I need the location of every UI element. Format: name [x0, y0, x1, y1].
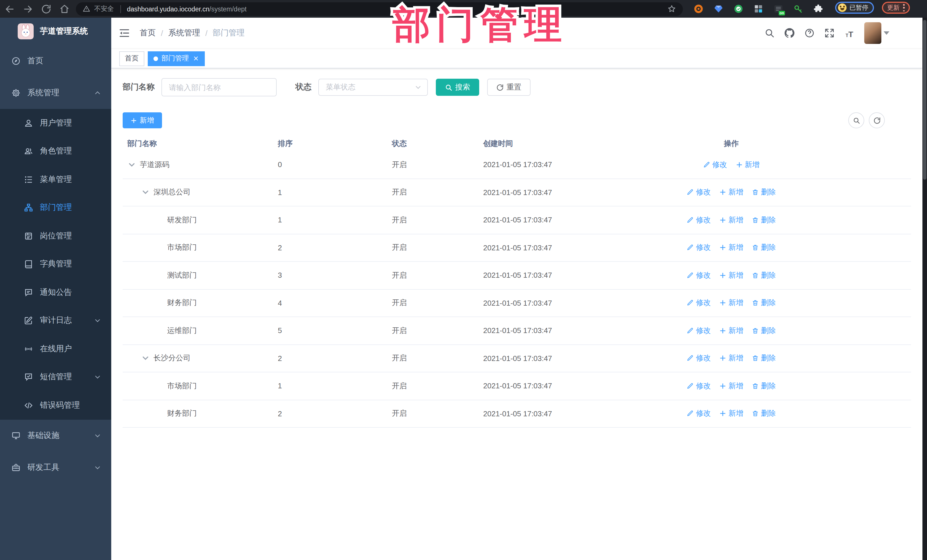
sidebar-item[interactable]: 用户管理 — [0, 109, 111, 137]
home-icon[interactable] — [59, 4, 70, 14]
sidebar-item[interactable]: 在线用户 — [0, 335, 111, 363]
delete-link[interactable]: 删除 — [752, 187, 776, 197]
user-avatar[interactable] — [864, 22, 881, 44]
browser-update-button[interactable]: 更新 — [882, 2, 910, 14]
extension-green-circle-icon[interactable] — [734, 4, 743, 14]
add-link[interactable]: 新增 — [719, 270, 743, 281]
extension-puzzle-icon[interactable] — [813, 4, 823, 14]
delete-link[interactable]: 删除 — [752, 408, 776, 419]
tab-dept-management[interactable]: 部门管理 — [148, 51, 205, 66]
dept-status: 开启 — [386, 270, 477, 281]
extension-grid-icon[interactable] — [754, 4, 763, 14]
add-link[interactable]: 新增 — [719, 243, 743, 253]
gear-icon — [11, 88, 21, 97]
breadcrumb-home[interactable]: 首页 — [140, 28, 156, 38]
add-dept-button[interactable]: 新增 — [123, 112, 162, 128]
sidebar-item[interactable]: 基础设施 — [0, 419, 111, 451]
add-link[interactable]: 新增 — [719, 215, 743, 225]
add-link[interactable]: 新增 — [736, 160, 760, 170]
modify-link[interactable]: 修改 — [687, 381, 711, 391]
browser-profile-chip[interactable]: 已暂停 — [835, 2, 874, 14]
plus-icon — [719, 300, 726, 307]
refresh-table-button[interactable] — [869, 112, 885, 128]
sidebar-item[interactable]: 系统管理 — [0, 77, 111, 109]
sidebar-item-label: 字典管理 — [40, 259, 72, 269]
delete-link[interactable]: 删除 — [752, 270, 776, 281]
sidebar-item[interactable]: 角色管理 — [0, 137, 111, 165]
fullscreen-icon[interactable] — [824, 28, 834, 38]
modify-link[interactable]: 修改 — [687, 243, 711, 253]
forward-icon[interactable] — [23, 4, 33, 14]
table-toolbar: 新增 — [123, 112, 911, 128]
tab-close-icon[interactable] — [193, 55, 199, 62]
scrollbar-thumb[interactable] — [923, 20, 926, 180]
url-host: dashboard.yudao.iocoder.cn — [127, 5, 209, 12]
github-icon[interactable] — [784, 28, 795, 38]
modify-link[interactable]: 修改 — [687, 326, 711, 336]
bookmark-star-icon[interactable] — [667, 5, 676, 13]
add-link[interactable]: 新增 — [719, 381, 743, 391]
add-link[interactable]: 新增 — [719, 298, 743, 308]
sidebar-item[interactable]: 首页 — [0, 45, 111, 77]
pencil-icon — [687, 189, 694, 196]
reload-icon[interactable] — [41, 4, 51, 14]
add-link[interactable]: 新增 — [719, 187, 743, 197]
font-size-icon[interactable]: TT — [844, 28, 854, 38]
app-logo[interactable]: 芋道管理系统 — [0, 18, 111, 45]
toggle-search-button[interactable] — [848, 112, 864, 128]
sidebar-item[interactable]: 岗位管理 — [0, 222, 111, 250]
sidebar-item[interactable]: 部门管理 — [0, 194, 111, 222]
user-menu-caret-icon[interactable] — [884, 31, 889, 35]
page-scrollbar[interactable] — [922, 18, 927, 560]
dept-status: 开启 — [386, 326, 477, 336]
add-link[interactable]: 新增 — [719, 326, 743, 336]
modify-link[interactable]: 修改 — [687, 187, 711, 197]
action-label: 删除 — [761, 243, 776, 253]
dept-page-content: 部门名称 状态 菜单状态 搜索 — [111, 68, 922, 560]
search-button[interactable]: 搜索 — [436, 79, 479, 96]
sidebar-item[interactable]: 通知公告 — [0, 278, 111, 307]
sidebar-item[interactable]: 字典管理 — [0, 250, 111, 278]
back-icon[interactable] — [5, 4, 15, 14]
delete-link[interactable]: 删除 — [752, 326, 776, 336]
modify-link[interactable]: 修改 — [687, 270, 711, 281]
sidebar-item[interactable]: 审计日志 — [0, 307, 111, 335]
logo-rabbit-avatar — [18, 23, 33, 39]
book-icon — [24, 260, 33, 269]
status-select[interactable]: 菜单状态 — [318, 79, 428, 96]
pencil-icon — [687, 272, 694, 279]
sidebar-item[interactable]: 短信管理 — [0, 363, 111, 391]
modify-link[interactable]: 修改 — [687, 215, 711, 225]
delete-link[interactable]: 删除 — [752, 353, 776, 364]
trash-icon — [752, 189, 759, 196]
extension-key-icon[interactable] — [793, 4, 803, 14]
delete-link[interactable]: 删除 — [752, 381, 776, 391]
add-link[interactable]: 新增 — [719, 408, 743, 419]
breadcrumb-system[interactable]: 系统管理 — [168, 28, 200, 38]
sidebar-item[interactable]: 研发工具 — [0, 451, 111, 483]
sidebar-item[interactable]: 菜单管理 — [0, 165, 111, 194]
expand-arrow-icon[interactable] — [127, 160, 136, 169]
reset-button[interactable]: 重置 — [487, 79, 530, 96]
help-icon[interactable] — [804, 28, 815, 38]
delete-link[interactable]: 删除 — [752, 298, 776, 308]
delete-link[interactable]: 删除 — [752, 243, 776, 253]
header-search-icon[interactable] — [764, 28, 775, 38]
dept-name-input[interactable] — [161, 78, 277, 96]
browser-menu-kebab-icon[interactable] — [903, 4, 905, 11]
modify-link[interactable]: 修改 — [687, 353, 711, 364]
expand-arrow-icon[interactable] — [141, 354, 150, 363]
modify-link[interactable]: 修改 — [703, 160, 727, 170]
add-link[interactable]: 新增 — [719, 353, 743, 364]
extension-switch-icon[interactable]: on — [774, 4, 783, 14]
modify-link[interactable]: 修改 — [687, 298, 711, 308]
address-bar[interactable]: 不安全 dashboard.yudao.iocoder.cn/system/de… — [76, 2, 683, 16]
delete-link[interactable]: 删除 — [752, 215, 776, 225]
extension-orange-icon[interactable] — [694, 4, 704, 14]
tab-home[interactable]: 首页 — [119, 51, 144, 66]
modify-link[interactable]: 修改 — [687, 408, 711, 419]
hamburger-icon[interactable] — [119, 27, 130, 39]
sidebar-item[interactable]: 错误码管理 — [0, 391, 111, 419]
expand-arrow-icon[interactable] — [141, 188, 150, 197]
extension-gem-icon[interactable] — [714, 4, 723, 14]
